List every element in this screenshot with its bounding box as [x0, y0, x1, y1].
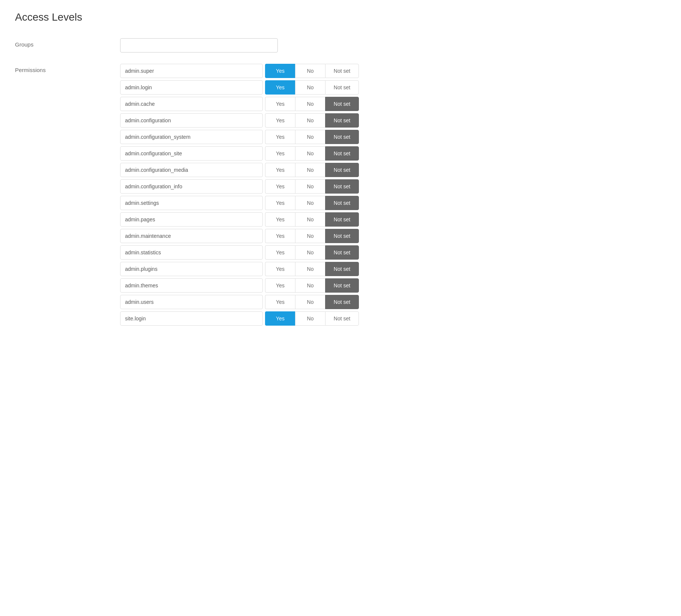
- no-button[interactable]: No: [295, 179, 325, 194]
- table-row: admin.settingsYesNoNot set: [120, 196, 666, 210]
- groups-label: Groups: [15, 38, 120, 48]
- permissions-label: Permissions: [15, 64, 120, 73]
- notset-button[interactable]: Not set: [325, 229, 359, 243]
- permission-options: YesNoNot set: [265, 163, 359, 177]
- permission-options: YesNoNot set: [265, 97, 359, 111]
- permission-options: YesNoNot set: [265, 80, 359, 95]
- notset-button[interactable]: Not set: [325, 245, 359, 260]
- table-row: admin.usersYesNoNot set: [120, 295, 666, 309]
- permission-options: YesNoNot set: [265, 146, 359, 161]
- table-row: admin.maintenanceYesNoNot set: [120, 229, 666, 243]
- permission-options: YesNoNot set: [265, 229, 359, 243]
- notset-button[interactable]: Not set: [325, 262, 359, 276]
- permission-name: admin.configuration_info: [120, 179, 263, 194]
- table-row: admin.configuration_siteYesNoNot set: [120, 146, 666, 161]
- permission-name: admin.configuration_media: [120, 163, 263, 177]
- permission-name: admin.cache: [120, 97, 263, 111]
- notset-button[interactable]: Not set: [325, 97, 359, 111]
- yes-button[interactable]: Yes: [265, 130, 295, 144]
- no-button[interactable]: No: [295, 113, 325, 128]
- no-button[interactable]: No: [295, 229, 325, 243]
- permission-name: admin.users: [120, 295, 263, 309]
- no-button[interactable]: No: [295, 64, 325, 78]
- yes-button[interactable]: Yes: [265, 278, 295, 293]
- notset-button[interactable]: Not set: [325, 196, 359, 210]
- table-row: admin.configuration_mediaYesNoNot set: [120, 163, 666, 177]
- table-row: admin.statisticsYesNoNot set: [120, 245, 666, 260]
- permission-name: admin.plugins: [120, 262, 263, 276]
- permissions-content: admin.superYesNoNot setadmin.loginYesNoN…: [120, 64, 666, 328]
- yes-button[interactable]: Yes: [265, 295, 295, 309]
- yes-button[interactable]: Yes: [265, 113, 295, 128]
- table-row: admin.configurationYesNoNot set: [120, 113, 666, 128]
- permission-options: YesNoNot set: [265, 262, 359, 276]
- no-button[interactable]: No: [295, 262, 325, 276]
- no-button[interactable]: No: [295, 163, 325, 177]
- permission-options: YesNoNot set: [265, 113, 359, 128]
- table-row: admin.configuration_systemYesNoNot set: [120, 130, 666, 144]
- permission-options: YesNoNot set: [265, 179, 359, 194]
- permission-options: YesNoNot set: [265, 212, 359, 227]
- no-button[interactable]: No: [295, 130, 325, 144]
- groups-content: [120, 38, 666, 53]
- notset-button[interactable]: Not set: [325, 163, 359, 177]
- page-title: Access Levels: [15, 11, 666, 23]
- no-button[interactable]: No: [295, 196, 325, 210]
- yes-button[interactable]: Yes: [265, 311, 295, 326]
- permission-name: admin.configuration_system: [120, 130, 263, 144]
- groups-input[interactable]: [120, 38, 278, 53]
- yes-button[interactable]: Yes: [265, 179, 295, 194]
- yes-button[interactable]: Yes: [265, 64, 295, 78]
- permission-name: admin.statistics: [120, 245, 263, 260]
- yes-button[interactable]: Yes: [265, 80, 295, 95]
- table-row: site.loginYesNoNot set: [120, 311, 666, 326]
- table-row: admin.pluginsYesNoNot set: [120, 262, 666, 276]
- groups-section: Groups: [15, 38, 666, 53]
- permission-options: YesNoNot set: [265, 245, 359, 260]
- notset-button[interactable]: Not set: [325, 80, 359, 95]
- permission-options: YesNoNot set: [265, 278, 359, 293]
- yes-button[interactable]: Yes: [265, 97, 295, 111]
- notset-button[interactable]: Not set: [325, 130, 359, 144]
- no-button[interactable]: No: [295, 80, 325, 95]
- no-button[interactable]: No: [295, 278, 325, 293]
- notset-button[interactable]: Not set: [325, 113, 359, 128]
- no-button[interactable]: No: [295, 97, 325, 111]
- permission-name: admin.settings: [120, 196, 263, 210]
- no-button[interactable]: No: [295, 311, 325, 326]
- notset-button[interactable]: Not set: [325, 212, 359, 227]
- no-button[interactable]: No: [295, 245, 325, 260]
- table-row: admin.superYesNoNot set: [120, 64, 666, 78]
- permission-name: admin.configuration_site: [120, 146, 263, 161]
- notset-button[interactable]: Not set: [325, 311, 359, 326]
- permission-name: admin.themes: [120, 278, 263, 293]
- notset-button[interactable]: Not set: [325, 278, 359, 293]
- yes-button[interactable]: Yes: [265, 212, 295, 227]
- notset-button[interactable]: Not set: [325, 64, 359, 78]
- permission-name: admin.configuration: [120, 113, 263, 128]
- yes-button[interactable]: Yes: [265, 262, 295, 276]
- permission-options: YesNoNot set: [265, 295, 359, 309]
- permission-name: admin.login: [120, 80, 263, 95]
- yes-button[interactable]: Yes: [265, 245, 295, 260]
- no-button[interactable]: No: [295, 212, 325, 227]
- notset-button[interactable]: Not set: [325, 295, 359, 309]
- notset-button[interactable]: Not set: [325, 179, 359, 194]
- yes-button[interactable]: Yes: [265, 146, 295, 161]
- yes-button[interactable]: Yes: [265, 163, 295, 177]
- notset-button[interactable]: Not set: [325, 146, 359, 161]
- table-row: admin.cacheYesNoNot set: [120, 97, 666, 111]
- table-row: admin.themesYesNoNot set: [120, 278, 666, 293]
- permission-name: site.login: [120, 311, 263, 326]
- permission-options: YesNoNot set: [265, 196, 359, 210]
- no-button[interactable]: No: [295, 295, 325, 309]
- table-row: admin.loginYesNoNot set: [120, 80, 666, 95]
- no-button[interactable]: No: [295, 146, 325, 161]
- yes-button[interactable]: Yes: [265, 196, 295, 210]
- permission-name: admin.maintenance: [120, 229, 263, 243]
- permissions-section: Permissions admin.superYesNoNot setadmin…: [15, 64, 666, 328]
- permission-name: admin.pages: [120, 212, 263, 227]
- permission-options: YesNoNot set: [265, 64, 359, 78]
- table-row: admin.configuration_infoYesNoNot set: [120, 179, 666, 194]
- yes-button[interactable]: Yes: [265, 229, 295, 243]
